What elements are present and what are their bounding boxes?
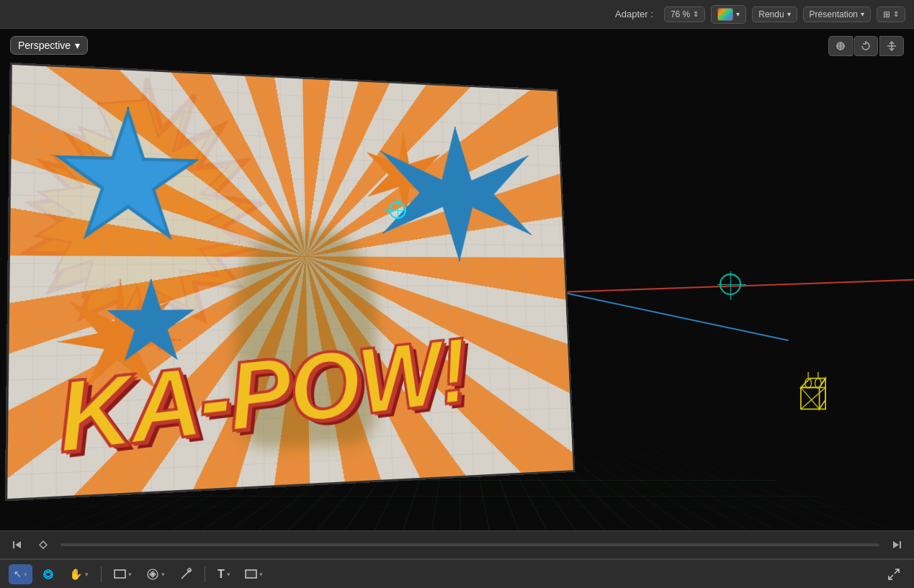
mask-tool[interactable]: ▾ — [240, 564, 268, 584]
svg-line-32 — [889, 575, 893, 579]
svg-marker-20 — [893, 541, 899, 548]
zoom-viewport-btn[interactable] — [879, 36, 904, 56]
perspective-chevron: ▾ — [75, 40, 80, 51]
separator-1 — [101, 566, 102, 582]
mask-arrow: ▾ — [259, 571, 263, 578]
pen-tool[interactable] — [174, 564, 197, 584]
camera-icon — [792, 372, 835, 415]
perspective-label: Perspective — [18, 40, 71, 51]
timeline-end-btn[interactable] — [887, 536, 907, 553]
comic-background: KA-POW! — [5, 63, 575, 502]
svg-rect-25 — [115, 570, 125, 578]
viewport[interactable]: KA-POW! — [0, 29, 914, 530]
layout-btn[interactable]: ⊞ ⇕ — [877, 6, 905, 22]
cursor-crosshair — [389, 202, 406, 219]
select-arrow: ▾ — [24, 571, 27, 578]
svg-marker-18 — [15, 541, 21, 548]
top-toolbar: Adapter : 76 % ⇕ ▾ Rendu ▾ Présentation … — [0, 0, 914, 29]
shape-arrow: ▾ — [128, 571, 132, 578]
timeline-track[interactable] — [61, 543, 879, 546]
svg-line-5 — [801, 387, 820, 409]
svg-point-27 — [151, 573, 154, 576]
presentation-btn[interactable]: Présentation ▾ — [803, 6, 871, 22]
separator-2 — [205, 566, 205, 582]
orbit-btn[interactable] — [828, 36, 853, 56]
color-swatch-btn[interactable]: ▾ — [711, 5, 746, 24]
hand-icon: ✋ — [69, 568, 83, 581]
rotate-btn[interactable] — [853, 36, 878, 56]
viewport-wrapper: KA-POW! — [0, 29, 914, 530]
zoom-control[interactable]: 76 % ⇕ — [664, 6, 705, 22]
shape-tool[interactable]: ▾ — [109, 564, 137, 584]
select-tool[interactable]: ↖ ▾ — [9, 564, 32, 584]
text-icon: T — [218, 568, 225, 581]
svg-marker-19 — [40, 541, 47, 548]
text-tool[interactable]: T ▾ — [212, 564, 236, 584]
rendu-btn[interactable]: Rendu ▾ — [752, 6, 797, 22]
orbit-tool[interactable] — [37, 564, 60, 584]
svg-rect-30 — [246, 570, 256, 578]
paint-arrow: ▾ — [161, 571, 165, 578]
fullscreen-btn[interactable] — [882, 564, 905, 584]
svg-marker-4 — [820, 379, 826, 410]
svg-point-8 — [815, 379, 822, 389]
text-arrow: ▾ — [227, 571, 230, 578]
select-icon: ↖ — [14, 569, 22, 579]
timeline-marker-btn[interactable] — [33, 536, 53, 553]
hand-tool[interactable]: ✋ ▾ — [64, 564, 94, 584]
teal-axis-indicator — [720, 273, 741, 295]
perspective-dropdown[interactable]: Perspective ▾ — [10, 36, 88, 55]
viewport-controls — [828, 36, 904, 56]
color-swatch — [717, 8, 733, 21]
adapter-label: Adapter : — [610, 6, 658, 22]
bottom-toolbar: ↖ ▾ ✋ ▾ ▾ ▾ — [0, 559, 914, 588]
comic-panel[interactable]: KA-POW! — [5, 63, 575, 502]
paint-tool[interactable]: ▾ — [141, 564, 170, 584]
timeline-start-btn[interactable] — [7, 536, 27, 553]
timeline — [0, 530, 914, 559]
hand-arrow: ▾ — [85, 571, 89, 578]
svg-line-31 — [895, 569, 899, 574]
